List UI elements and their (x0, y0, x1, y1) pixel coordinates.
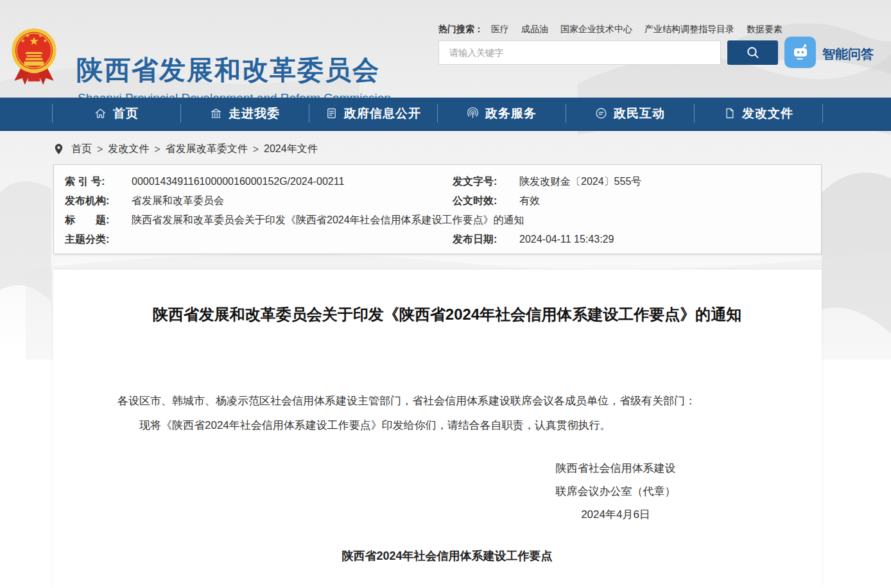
breadcrumb-item-files[interactable]: 发改文件 (108, 143, 149, 156)
breadcrumb-separator: > (97, 144, 103, 155)
ai-qa-button[interactable] (784, 37, 816, 68)
signature-line: 联席会议办公室（代章） (423, 480, 808, 503)
meta-row: 索 引 号: 00001434911610000016000152G/2024-… (54, 172, 821, 191)
meta-row: 标 题: 陕西省发展和改革委员会关于印发《陕西省2024年社会信用体系建设工作要… (54, 211, 821, 230)
hot-search-term[interactable]: 国家企业技术中心 (560, 24, 632, 35)
document-content-panel: 陕西省发展和改革委员会关于印发《陕西省2024年社会信用体系建设工作要点》的通知… (53, 270, 822, 588)
attachment-title: 陕西省2024年社会信用体系建设工作要点 (117, 548, 777, 564)
site-title: 陕西省发展和改革委员会 (76, 53, 380, 88)
breadcrumb-separator: > (154, 144, 160, 155)
hot-search-term[interactable]: 产业结构调整指导目录 (644, 24, 734, 35)
hot-search-term[interactable]: 成品油 (521, 24, 548, 35)
nav-item-about[interactable]: 走进我委 (180, 98, 309, 129)
meta-value-doc-number: 陕发改财金〔2024〕555号 (519, 172, 821, 191)
signature-date: 2024年4月6日 (423, 503, 808, 526)
meta-value-title: 陕西省发展和改革委员会关于印发《陕西省2024年社会信用体系建设工作要点》的通知 (132, 211, 821, 230)
ai-qa-label[interactable]: 智能问答 (822, 46, 874, 63)
nav-item-label: 首页 (113, 105, 139, 122)
nav-item-label: 发改文件 (742, 105, 793, 122)
breadcrumb-item-2024-files: 2024年文件 (264, 143, 318, 156)
bank-icon (209, 107, 223, 120)
search-button[interactable] (727, 40, 778, 65)
breadcrumb-item-commission-files[interactable]: 省发展改革委文件 (166, 143, 248, 156)
nav-item-home[interactable]: 首页 (52, 98, 180, 129)
document-meta-panel: 索 引 号: 00001434911610000016000152G/2024-… (53, 164, 822, 254)
home-icon (94, 107, 107, 120)
location-pin-icon (54, 143, 64, 155)
svg-text:★: ★ (43, 37, 48, 44)
meta-label-index-number: 索 引 号: (65, 172, 132, 191)
hot-search-term[interactable]: 医疗 (491, 24, 509, 35)
document-paragraph: 各设区市、韩城市、杨凌示范区社会信用体系建设主管部门，省社会信用体系建设联席会议… (117, 389, 772, 413)
search-icon (745, 45, 761, 60)
chat-icon (594, 107, 608, 120)
meta-value-topic-category (132, 230, 453, 249)
meta-row: 发布机构: 省发展和改革委员会 公文时效: 有效 (54, 191, 821, 211)
breadcrumb-separator: > (253, 144, 259, 155)
hot-search-bar: 热门搜索： 医疗 成品油 国家企业技术中心 产业结构调整指导目录 数据要素 (438, 24, 795, 35)
breadcrumb: 首页 > 发改文件 > 省发展改革委文件 > 2024年文件 (54, 143, 320, 156)
site-header: ★ ★ ★ ★ ★ 陕西省发展和改革委员会 Shaanxi Provincial… (0, 0, 891, 98)
national-emblem-logo: ★ ★ ★ ★ ★ (9, 23, 59, 87)
meta-row: 主题分类: 发布日期: 2024-04-11 15:43:29 (54, 230, 821, 249)
meta-label-topic-category: 主题分类: (65, 230, 132, 249)
meta-label-title: 标 题: (65, 211, 132, 230)
meta-label-validity: 公文时效: (453, 191, 519, 211)
meta-label-issuing-agency: 发布机构: (65, 191, 132, 211)
nav-item-services[interactable]: 政务服务 (437, 98, 566, 129)
meta-value-index-number: 00001434911610000016000152G/2024-00211 (132, 172, 453, 191)
breadcrumb-item-home[interactable]: 首页 (71, 143, 92, 156)
meta-value-issuing-agency: 省发展和改革委员会 (132, 191, 453, 211)
svg-text:★: ★ (29, 35, 39, 48)
nav-item-label: 政民互动 (614, 105, 665, 122)
nav-item-label: 政务服务 (485, 105, 537, 122)
hot-search-term[interactable]: 数据要素 (747, 24, 783, 35)
meta-label-publish-date: 发布日期: (453, 230, 519, 249)
broadcast-icon (466, 107, 480, 120)
file-icon (723, 107, 736, 120)
document-paragraph: 现将《陕西省2024年社会信用体系建设工作要点》印发给你们，请结合各自职责，认真… (117, 413, 772, 438)
document-title: 陕西省发展和改革委员会关于印发《陕西省2024年社会信用体系建设工作要点》的通知 (117, 304, 777, 325)
nav-item-label: 走进我委 (229, 105, 280, 122)
robot-icon (790, 42, 811, 63)
svg-text:★: ★ (25, 32, 30, 39)
meta-value-validity: 有效 (519, 191, 821, 211)
gov-info-icon (325, 107, 338, 120)
nav-item-gov-info[interactable]: 政府信息公开 (309, 98, 437, 129)
nav-item-label: 政府信息公开 (344, 105, 421, 122)
hot-search-label: 热门搜索： (438, 24, 483, 35)
meta-label-doc-number: 发文字号: (453, 172, 519, 191)
signature-block: 陕西省社会信用体系建设 联席会议办公室（代章） 2024年4月6日 (423, 457, 808, 526)
signature-line: 陕西省社会信用体系建设 (423, 457, 808, 480)
nav-item-interaction[interactable]: 政民互动 (566, 98, 694, 129)
search-input[interactable] (438, 40, 721, 65)
meta-value-publish-date: 2024-04-11 15:43:29 (519, 230, 821, 249)
nav-item-ndrc-files[interactable]: 发改文件 (694, 98, 822, 129)
document-body: 各设区市、韩城市、杨凌示范区社会信用体系建设主管部门，省社会信用体系建设联席会议… (117, 389, 772, 438)
main-nav: 首页 走进我委 政府信息公开 政务服务 政民互动 (0, 98, 891, 131)
